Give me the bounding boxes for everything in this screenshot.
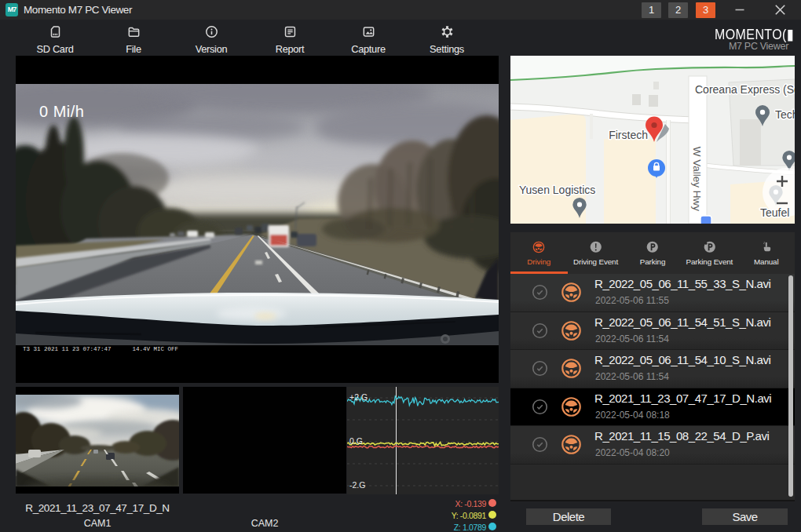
svg-text:W Valley Hwy: W Valley Hwy [691, 147, 703, 212]
svg-text:-2.G: -2.G [349, 480, 365, 490]
svg-text:Firstech: Firstech [609, 129, 648, 141]
svg-text:Yusen Logistics: Yusen Logistics [519, 184, 595, 196]
svg-text:+2.G: +2.G [349, 392, 368, 402]
svg-text:Coreana Express (Se: Coreana Express (Se [695, 83, 795, 96]
svg-text:Teufel: Teufel [760, 206, 789, 219]
svg-text:0.G: 0.G [349, 436, 363, 446]
svg-text:Tech: Tech [775, 108, 795, 121]
